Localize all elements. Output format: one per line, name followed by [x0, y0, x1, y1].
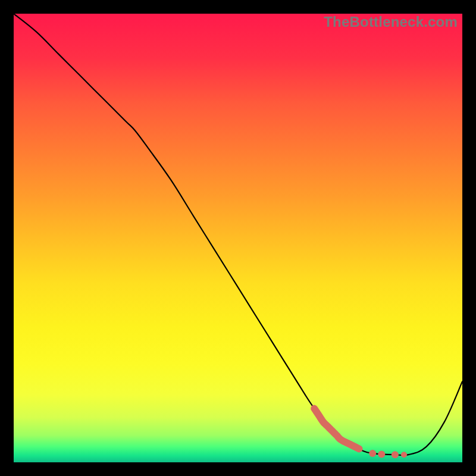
highlight-dot	[401, 452, 407, 458]
chart-frame: TheBottleneck.com	[0, 0, 476, 476]
highlight-dot	[369, 450, 376, 457]
plot-area: TheBottleneck.com	[14, 14, 462, 462]
highlight-dot	[378, 450, 385, 458]
watermark-text: TheBottleneck.com	[324, 14, 458, 30]
chart-canvas	[14, 14, 462, 462]
gradient-background	[14, 14, 462, 462]
highlight-dot	[392, 451, 399, 458]
